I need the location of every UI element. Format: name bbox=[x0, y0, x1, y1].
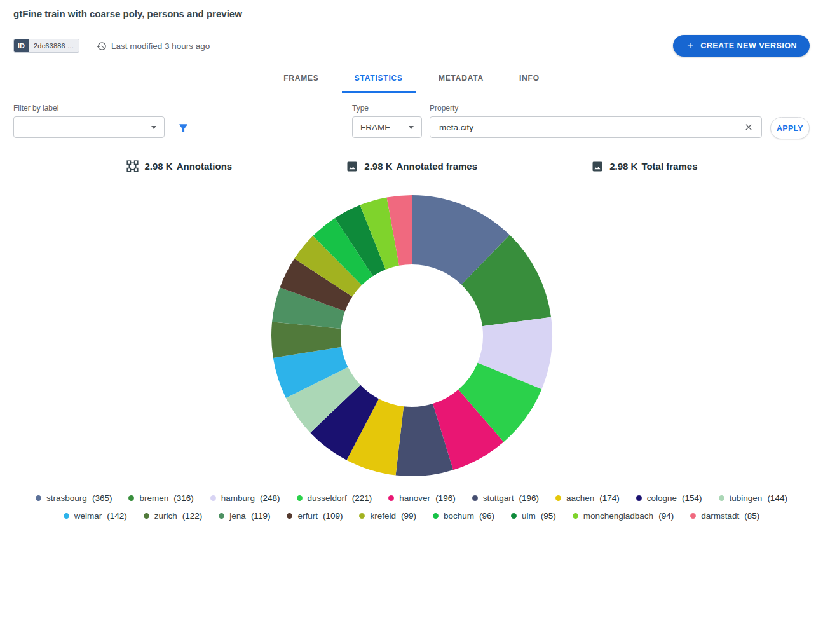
legend-item-hanover[interactable]: hanover(196) bbox=[388, 493, 455, 503]
stat-value: 2.98 K bbox=[364, 161, 392, 172]
legend-label: bochum bbox=[444, 511, 474, 521]
legend-count: (85) bbox=[744, 511, 759, 521]
history-icon bbox=[96, 41, 107, 51]
create-button-label: CREATE NEW VERSION bbox=[700, 41, 797, 50]
legend-item-darmstadt[interactable]: darmstadt(85) bbox=[690, 511, 759, 521]
legend-count: (95) bbox=[541, 511, 556, 521]
legend-item-ulm[interactable]: ulm(95) bbox=[511, 511, 556, 521]
stat-annotated-frames: 2.98 K Annotated frames bbox=[346, 160, 477, 173]
legend-count: (174) bbox=[599, 493, 620, 503]
legend-item-jena[interactable]: jena(119) bbox=[219, 511, 270, 521]
legend-label: erfurt bbox=[297, 511, 318, 521]
legend-item-aachen[interactable]: aachen(174) bbox=[555, 493, 620, 503]
dataset-id-value: 2dc63886 ... bbox=[29, 39, 79, 52]
legend-label: tubingen bbox=[730, 493, 763, 503]
create-new-version-button[interactable]: CREATE NEW VERSION bbox=[673, 35, 810, 57]
stat-value: 2.98 K bbox=[609, 161, 637, 172]
legend-item-tubingen[interactable]: tubingen(144) bbox=[719, 493, 787, 503]
chart-legend: strasbourg(365)bremen(316)hamburg(248)du… bbox=[0, 493, 823, 521]
legend-color-dot bbox=[472, 495, 478, 501]
legend-color-dot bbox=[64, 513, 69, 519]
dataset-id-chip[interactable]: ID 2dc63886 ... bbox=[13, 39, 79, 53]
chevron-down-icon bbox=[151, 126, 156, 129]
legend-item-monchengladbach[interactable]: monchengladbach(94) bbox=[573, 511, 674, 521]
legend-label: stuttgart bbox=[483, 493, 514, 503]
clear-property-button[interactable] bbox=[741, 120, 756, 135]
tab-metadata[interactable]: METADATA bbox=[426, 65, 496, 93]
filter-by-label-select[interactable] bbox=[13, 116, 165, 138]
legend-color-dot bbox=[287, 513, 292, 519]
legend-label: weimar bbox=[74, 511, 102, 521]
legend-label: jena bbox=[229, 511, 246, 521]
legend-count: (99) bbox=[401, 511, 416, 521]
legend-color-dot bbox=[690, 513, 696, 519]
property-input[interactable] bbox=[438, 122, 741, 133]
legend-count: (94) bbox=[658, 511, 674, 521]
apply-button[interactable]: APPLY bbox=[770, 117, 810, 139]
type-select[interactable]: FRAME bbox=[352, 116, 422, 138]
legend-color-dot bbox=[511, 513, 517, 519]
stats-row: 2.98 K Annotations 2.98 K Annotated fram… bbox=[126, 160, 698, 173]
legend-item-strasbourg[interactable]: strasbourg(365) bbox=[36, 493, 112, 503]
page-title: gtFine train with coarse poly, persons a… bbox=[13, 8, 810, 19]
city-distribution-chart bbox=[0, 192, 823, 479]
close-icon bbox=[744, 122, 754, 132]
legend-color-dot bbox=[210, 495, 216, 501]
filter-funnel-icon[interactable] bbox=[177, 122, 189, 137]
legend-label: bremen bbox=[139, 493, 168, 503]
legend-item-krefeld[interactable]: krefeld(99) bbox=[359, 511, 416, 521]
dataset-statistics-page: gtFine train with coarse poly, persons a… bbox=[0, 0, 823, 644]
legend-item-dusseldorf[interactable]: dusseldorf(221) bbox=[297, 493, 372, 503]
annotations-bounding-box-icon bbox=[126, 160, 139, 173]
legend-count: (221) bbox=[352, 493, 372, 503]
legend-count: (122) bbox=[182, 511, 203, 521]
tab-info[interactable]: INFO bbox=[507, 65, 552, 93]
property-label: Property bbox=[430, 104, 762, 113]
tab-frames[interactable]: FRAMES bbox=[271, 65, 331, 93]
legend-label: dusseldorf bbox=[308, 493, 347, 503]
legend-color-dot bbox=[144, 513, 149, 519]
stat-label: Annotations bbox=[177, 161, 233, 172]
filter-by-label-label: Filter by label bbox=[13, 104, 165, 113]
legend-count: (248) bbox=[260, 493, 280, 503]
legend-color-dot bbox=[636, 495, 642, 501]
legend-count: (316) bbox=[173, 493, 194, 503]
legend-label: hamburg bbox=[221, 493, 255, 503]
legend-item-weimar[interactable]: weimar(142) bbox=[64, 511, 127, 521]
property-field: Property bbox=[430, 104, 762, 138]
type-select-value: FRAME bbox=[360, 123, 390, 132]
legend-color-dot bbox=[219, 513, 224, 519]
legend-count: (109) bbox=[323, 511, 343, 521]
legend-item-cologne[interactable]: cologne(154) bbox=[636, 493, 702, 503]
tab-bar: FRAMES STATISTICS METADATA INFO bbox=[0, 65, 823, 93]
stat-total-frames: 2.98 K Total frames bbox=[591, 160, 697, 173]
legend-count: (196) bbox=[519, 493, 539, 503]
type-field: Type FRAME bbox=[352, 104, 422, 138]
legend-color-dot bbox=[555, 495, 561, 501]
donut-chart-svg bbox=[268, 192, 555, 479]
legend-row-2: weimar(142)zurich(122)jena(119)erfurt(10… bbox=[0, 511, 823, 521]
legend-count: (365) bbox=[92, 493, 112, 503]
legend-item-stuttgart[interactable]: stuttgart(196) bbox=[472, 493, 539, 503]
legend-label: darmstadt bbox=[701, 511, 739, 521]
header-meta-row: ID 2dc63886 ... Last modified 3 hours ag… bbox=[13, 34, 810, 57]
legend-label: cologne bbox=[647, 493, 677, 503]
legend-color-dot bbox=[388, 495, 394, 501]
legend-item-bochum[interactable]: bochum(96) bbox=[433, 511, 494, 521]
legend-item-erfurt[interactable]: erfurt(109) bbox=[287, 511, 343, 521]
tab-statistics[interactable]: STATISTICS bbox=[342, 65, 416, 93]
legend-item-hamburg[interactable]: hamburg(248) bbox=[210, 493, 280, 503]
legend-count: (119) bbox=[251, 511, 271, 521]
legend-count: (154) bbox=[682, 493, 702, 503]
image-icon bbox=[346, 160, 358, 173]
legend-count: (96) bbox=[479, 511, 494, 521]
id-badge: ID bbox=[14, 39, 29, 52]
legend-label: strasbourg bbox=[46, 493, 87, 503]
legend-item-bremen[interactable]: bremen(316) bbox=[128, 493, 193, 503]
stat-label: Total frames bbox=[641, 161, 697, 172]
stat-annotations: 2.98 K Annotations bbox=[126, 160, 233, 173]
chevron-down-icon bbox=[409, 126, 414, 129]
legend-label: monchengladbach bbox=[583, 511, 653, 521]
legend-item-zurich[interactable]: zurich(122) bbox=[144, 511, 203, 521]
legend-row-1: strasbourg(365)bremen(316)hamburg(248)du… bbox=[0, 493, 823, 503]
